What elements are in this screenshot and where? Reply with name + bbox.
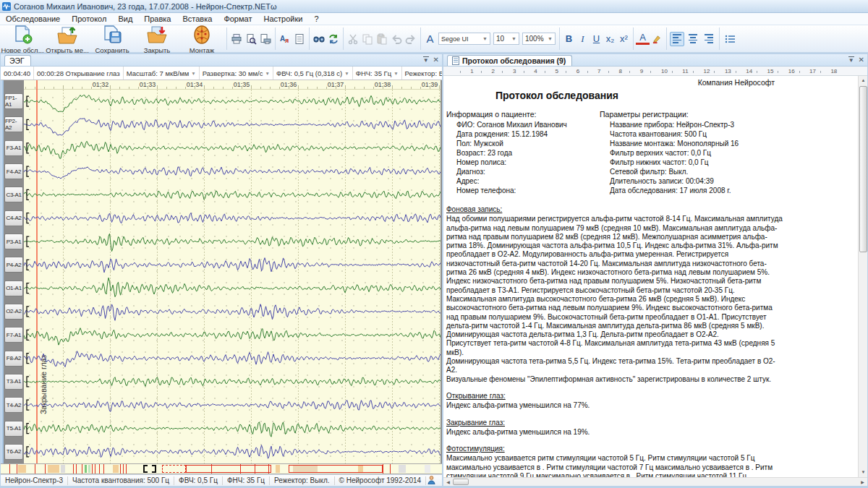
eeg-control: Режектор: Выкл. — [401, 67, 442, 80]
status-segment: ФВЧ: 0,5 Гц — [174, 476, 223, 485]
italic-button[interactable]: I — [576, 33, 590, 45]
find-icon[interactable] — [312, 31, 326, 47]
close-icon[interactable]: ✕ — [859, 56, 864, 64]
waveform-T6-A2 — [24, 445, 441, 459]
spellcheck-icon[interactable]: Aя — [278, 31, 292, 47]
eeg-overview-strip[interactable] — [1, 463, 442, 474]
eeg-control: 00:04:40 — [1, 67, 33, 80]
copy-icon — [360, 31, 375, 47]
overview-event-tick — [120, 464, 121, 474]
eeg-control[interactable]: Развертка: 30 мм/с▼ — [199, 67, 273, 80]
calibration-bracket — [27, 447, 29, 457]
registration-params-block: Параметры регистрации:Название прибора: … — [600, 110, 739, 195]
tab-eeg[interactable]: ЭЭГ — [4, 55, 31, 66]
overview-event-tick — [123, 464, 124, 474]
overview-event-tick — [255, 464, 255, 474]
company-line: Компания Нейрософт — [446, 78, 783, 87]
user-icon — [426, 476, 435, 486]
document-icon — [452, 56, 459, 65]
patient-row: Возраст: 23 года — [456, 148, 600, 158]
font-size-select[interactable]: 10▼ — [493, 33, 519, 45]
scroll-thumb[interactable] — [859, 86, 867, 252]
close-icon[interactable]: ✕ — [433, 56, 439, 64]
subscript-button[interactable]: x₂ — [603, 33, 617, 44]
overview-viewport-bracket[interactable] — [143, 465, 156, 473]
menu-Правка[interactable]: Правка — [138, 13, 176, 25]
menu-Вид[interactable]: Вид — [112, 13, 138, 25]
scroll-left-button[interactable]: ◀ — [443, 478, 453, 486]
pin-icon[interactable]: ▼ — [423, 56, 429, 64]
waveform-T3-A1 — [24, 377, 441, 387]
align-center-button[interactable] — [686, 32, 700, 46]
channel-label-O1-A1: O1-A1 — [4, 281, 23, 296]
eeg-status-bar: Нейрон-Спектр-3Частота квантования: 500 … — [1, 474, 442, 486]
Закрыть[interactable]: Закрыть — [135, 25, 179, 52]
quick-print-icon[interactable] — [258, 31, 273, 47]
channel-label-T3-A1: T3-A1 — [4, 374, 23, 390]
menu-Протокол[interactable]: Протокол — [66, 13, 112, 25]
zoom-select[interactable]: 100%▼ — [522, 33, 556, 45]
waveform-FP1-A1 — [24, 95, 441, 112]
font-icon: A — [423, 33, 437, 45]
eeg-channel-label-column: FP1-A1FP2-A2F3-A1F4-A2C3-A1C4-A2P3-A1P4-… — [4, 80, 24, 463]
align-right-button[interactable] — [702, 32, 716, 46]
eeg-control[interactable]: Масштаб: 7 мкВ/мм▼ — [123, 67, 199, 80]
bullet-list-button[interactable] — [723, 32, 737, 46]
channel-label-P3-A1: P3-A1 — [4, 234, 23, 249]
scroll-thumb[interactable] — [453, 479, 469, 485]
menu-Настройки[interactable]: Настройки — [258, 13, 308, 25]
menu-Обследование[interactable]: Обследование — [0, 13, 66, 25]
protocol-section: Фотостимуляция:Максимально усваивается р… — [446, 445, 783, 477]
patient-row: Номер полиса: — [456, 158, 600, 167]
Монтаж[interactable]: Монтаж — [179, 25, 224, 52]
open-icon — [56, 25, 78, 46]
waveform-F4-A2 — [24, 167, 441, 179]
font-name-select[interactable]: Segoe UI▼ — [438, 33, 490, 45]
font-color-button[interactable]: A — [636, 33, 650, 45]
patient-row: Дата рождения: 15.12.1984 — [456, 129, 600, 139]
menu-Формат[interactable]: Формат — [218, 13, 258, 25]
Сохранить[interactable]: Сохранить — [90, 25, 135, 52]
channel-label-C3-A1: C3-A1 — [4, 187, 23, 202]
eeg-view[interactable]: FP1-A1FP2-A2F3-A1F4-A2C3-A1C4-A2P3-A1P4-… — [1, 80, 442, 463]
underline-button[interactable]: U — [590, 33, 603, 44]
status-segment: © Нейрософт 1992-2014 — [335, 476, 427, 485]
print-icon[interactable] — [229, 31, 244, 47]
replace-icon[interactable] — [326, 31, 341, 47]
doc-lines-icon[interactable] — [292, 31, 307, 47]
overview-event-tick — [9, 464, 10, 474]
tab-protocol[interactable]: Протокол обследования (9) — [447, 55, 572, 66]
scroll-down-button[interactable]: ▼ — [859, 468, 867, 477]
eeg-time-ruler: 01:3201:3301:3401:3501:3601:3701:3801:39 — [24, 80, 441, 90]
document-vertical-scrollbar[interactable]: ▲ ▼ — [858, 76, 867, 477]
channel-label-F4-A2: F4-A2 — [4, 163, 23, 179]
bold-button[interactable]: B — [562, 33, 576, 44]
registration-row: Фильтр нижних частот: 0,0 Гц — [610, 158, 739, 167]
eeg-plot-area[interactable]: 01:3201:3301:3401:3501:3601:3701:3801:39… — [24, 80, 441, 463]
superscript-button[interactable]: x² — [617, 33, 631, 44]
overview-marker — [399, 465, 406, 473]
document-page[interactable]: Компания Нейрософт Протокол обследования… — [443, 76, 867, 477]
scroll-up-button[interactable]: ▲ — [859, 76, 867, 85]
highlight-button[interactable] — [650, 31, 664, 47]
menu-Вставка[interactable]: Вставка — [177, 13, 218, 25]
protocol-title: Протокол обследования — [446, 90, 783, 101]
scroll-right-button[interactable]: ▶ — [858, 478, 867, 486]
channel-label-F3-A1: F3-A1 — [4, 140, 23, 156]
overview-marker — [18, 465, 26, 473]
eeg-control[interactable]: ФВЧ: 0,5 Гц (0,318 с)▼ — [273, 67, 352, 80]
pin-icon[interactable]: ▼ — [848, 56, 854, 64]
channel-label-FP2-A2: FP2-A2 — [4, 116, 23, 132]
overview-event-tick — [76, 464, 77, 474]
overview-event-tick — [95, 464, 95, 474]
Новое обсл...[interactable]: Новое обсл... — [0, 25, 45, 52]
time-label: 01:35 — [227, 81, 256, 88]
eeg-control[interactable]: ФНЧ: 35 Гц▼ — [352, 67, 401, 80]
print-preview-icon[interactable] — [244, 31, 258, 47]
close-exam-icon — [146, 25, 168, 46]
Открыть ме...[interactable]: Открыть ме... — [45, 25, 90, 52]
menu-?[interactable]: ? — [308, 13, 324, 25]
align-left-button[interactable] — [670, 32, 684, 46]
document-horizontal-scrollbar[interactable]: ◀ ▶ — [443, 477, 867, 486]
overview-marker — [61, 465, 65, 473]
